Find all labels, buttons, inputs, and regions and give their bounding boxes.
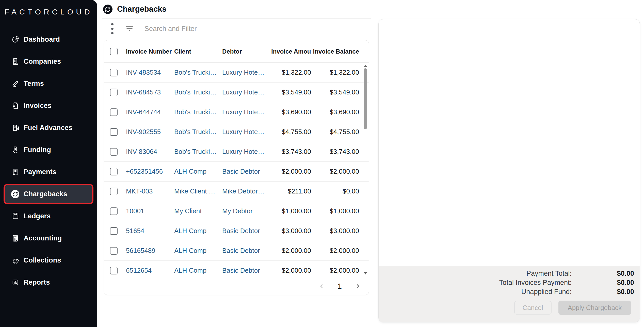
invoice-number-link[interactable]: 56165489 — [126, 247, 174, 255]
invoice-amount: $3,000.00 — [271, 227, 311, 235]
sidebar-item-chargebacks[interactable]: Chargebacks — [4, 184, 93, 204]
invoice-amount: $3,743.00 — [271, 148, 311, 156]
invoice-number-link[interactable]: INV-83064 — [126, 148, 174, 156]
total-invoices-payment-value: $0.00 — [572, 279, 634, 287]
debtor-link[interactable]: Luxury Hote… — [222, 108, 271, 116]
filter-icon[interactable] — [125, 26, 134, 31]
sidebar-item-payments[interactable]: Payments — [0, 161, 97, 183]
row-checkbox[interactable] — [110, 247, 118, 255]
table-row: 51654ALH CompBasic Debtor$3,000.00$3,000… — [104, 221, 369, 241]
next-page-button[interactable] — [353, 282, 362, 290]
client-link[interactable]: Bob's Trucki… — [174, 128, 222, 136]
row-checkbox[interactable] — [110, 188, 118, 195]
kebab-menu-icon[interactable] — [111, 23, 114, 34]
debtor-link[interactable]: Luxury Hote… — [222, 128, 271, 136]
invoice-amount: $1,000.00 — [271, 207, 311, 215]
table-scrollbar[interactable] — [363, 63, 368, 277]
invoice-number-link[interactable]: 6512654 — [126, 267, 174, 274]
client-link[interactable]: ALH Comp — [174, 168, 222, 175]
book-icon — [11, 212, 19, 220]
unapplied-fund-value: $0.00 — [572, 288, 634, 296]
calculator-icon — [11, 234, 19, 242]
client-link[interactable]: My Client — [174, 207, 222, 215]
search-input[interactable] — [144, 25, 317, 33]
summary-row: Payment Total: $0.00 — [379, 269, 634, 278]
invoice-number-link[interactable]: MKT-003 — [126, 187, 174, 195]
sidebar-item-companies[interactable]: Companies — [0, 51, 97, 73]
sidebar-item-fuel-advances[interactable]: Fuel Advances — [0, 117, 97, 139]
sidebar-item-label: Dashboard — [24, 36, 60, 43]
receipt-icon — [11, 168, 19, 176]
invoice-number-link[interactable]: 51654 — [126, 227, 174, 235]
client-link[interactable]: Bob's Trucki… — [174, 88, 222, 96]
debtor-link[interactable]: My Debtor — [222, 207, 271, 215]
page-title: Chargebacks — [117, 5, 167, 14]
invoice-number-link[interactable]: INV-483534 — [126, 69, 174, 76]
row-checkbox[interactable] — [110, 168, 118, 175]
debtor-link[interactable]: Basic Debtor — [222, 247, 271, 255]
apply-chargeback-button[interactable]: Apply Chargeback — [558, 301, 631, 315]
sidebar-item-ledgers[interactable]: Ledgers — [0, 205, 97, 227]
sidebar-item-collections[interactable]: Collections — [0, 249, 97, 271]
debtor-link[interactable]: Luxury Hote… — [222, 148, 271, 156]
client-link[interactable]: ALH Comp — [174, 247, 222, 255]
debtor-link[interactable]: Basic Debtor — [222, 227, 271, 235]
invoice-number-link[interactable]: INV-902555 — [126, 128, 174, 136]
invoice-balance: $1,322.00 — [311, 69, 359, 76]
table-row: INV-483534Bob's Trucki…Luxury Hote…$1,32… — [104, 63, 369, 83]
sidebar-item-terms[interactable]: Terms — [0, 73, 97, 95]
table-row: INV-684573Bob's Trucki…Luxury Hote…$3,54… — [104, 83, 369, 102]
sidebar-item-reports[interactable]: Reports — [0, 271, 97, 293]
debtor-link[interactable]: Mike Debtor… — [222, 187, 271, 195]
row-checkbox[interactable] — [110, 148, 118, 156]
sidebar-item-accounting[interactable]: Accounting — [0, 227, 97, 249]
invoice-number-link[interactable]: INV-644744 — [126, 108, 174, 116]
client-link[interactable]: ALH Comp — [174, 267, 222, 274]
sidebar-item-invoices[interactable]: Invoices — [0, 95, 97, 117]
invoice-balance: $2,000.00 — [311, 168, 359, 175]
scrollbar-thumb[interactable] — [364, 68, 367, 129]
invoice-number-link[interactable]: +652351456 — [126, 168, 174, 175]
client-link[interactable]: Mike Client … — [174, 187, 222, 195]
row-checkbox[interactable] — [110, 89, 118, 96]
previous-page-button[interactable] — [317, 282, 326, 290]
row-checkbox[interactable] — [110, 69, 118, 76]
invoice-amount: $211.00 — [271, 187, 311, 195]
table-row: INV-644744Bob's Trucki…Luxury Hote…$3,69… — [104, 102, 369, 122]
debtor-link[interactable]: Luxury Hote… — [222, 88, 271, 96]
chevron-left-icon — [318, 283, 325, 289]
summary-row: Total Invoices Payment: $0.00 — [379, 278, 634, 287]
debtor-link[interactable]: Basic Debtor — [222, 267, 271, 274]
invoice-number-link[interactable]: INV-684573 — [126, 88, 174, 96]
row-checkbox[interactable] — [110, 227, 118, 235]
sidebar-item-funding[interactable]: Funding — [0, 139, 97, 161]
scroll-down-arrow-icon[interactable] — [364, 272, 367, 274]
invoice-balance: $3,000.00 — [311, 227, 359, 235]
debtor-link[interactable]: Luxury Hote… — [222, 69, 271, 76]
debtor-link[interactable]: Basic Debtor — [222, 168, 271, 175]
invoice-balance: $3,690.00 — [311, 108, 359, 116]
detail-panel-footer: Payment Total: $0.00 Total Invoices Paym… — [379, 266, 640, 322]
client-link[interactable]: ALH Comp — [174, 227, 222, 235]
table-row: INV-83064Bob's Trucki…Luxury Hote…$3,743… — [104, 142, 369, 162]
invoice-number-link[interactable]: 10001 — [126, 207, 174, 215]
invoice-amount: $3,549.00 — [271, 88, 311, 96]
row-checkbox[interactable] — [110, 108, 118, 116]
row-checkbox[interactable] — [110, 128, 118, 136]
client-link[interactable]: Bob's Trucki… — [174, 148, 222, 156]
pagination: 1 — [104, 277, 369, 295]
invoice-amount: $2,000.00 — [271, 168, 311, 175]
payment-total-label: Payment Total: — [526, 270, 572, 277]
chargeback-detail-panel: Payment Total: $0.00 Total Invoices Paym… — [378, 19, 640, 322]
sidebar-item-dashboard[interactable]: Dashboard — [0, 28, 97, 51]
scroll-up-arrow-icon[interactable] — [364, 65, 367, 67]
select-all-checkbox[interactable] — [110, 48, 118, 55]
cancel-button[interactable]: Cancel — [514, 301, 552, 315]
table-row: MKT-003Mike Client …Mike Debtor…$211.00$… — [104, 182, 369, 201]
invoice-balance: $3,549.00 — [311, 88, 359, 96]
client-link[interactable]: Bob's Trucki… — [174, 108, 222, 116]
row-checkbox[interactable] — [110, 207, 118, 215]
sidebar-item-label: Reports — [24, 279, 50, 286]
client-link[interactable]: Bob's Trucki… — [174, 69, 222, 76]
row-checkbox[interactable] — [110, 267, 118, 274]
